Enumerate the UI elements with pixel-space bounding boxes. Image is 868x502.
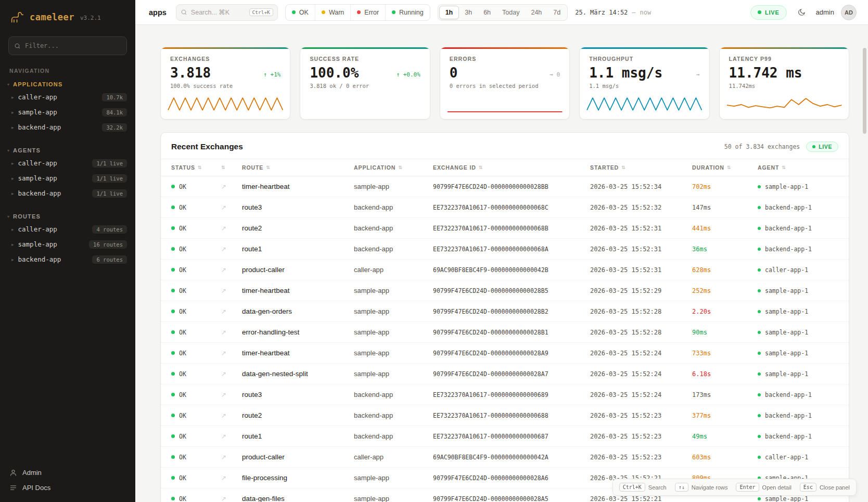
sidebar-item-routes-backend-app[interactable]: ▸backend-app6 routes — [0, 252, 135, 267]
column-header-status[interactable]: STATUS⇅ — [171, 164, 221, 171]
range-today[interactable]: Today — [496, 6, 525, 19]
exchange-id-cell: EE7322370A10617-0000000000000688 — [433, 412, 590, 419]
column-header-agent[interactable]: AGENT⇅ — [758, 164, 838, 171]
expand-row-icon[interactable]: ↗ — [221, 329, 242, 336]
filter-chip-running[interactable]: Running — [385, 5, 430, 20]
started-cell: 2026-03-25 15:52:28 — [590, 308, 692, 315]
column-header-duration[interactable]: DURATION⇅ — [692, 164, 758, 171]
range-6h[interactable]: 6h — [478, 6, 496, 19]
table-row[interactable]: OK↗product-callercaller-app69AC90BF8EBC4… — [161, 260, 849, 280]
exchange-id-cell: 90799F47E6CD24D-00000000000028A6 — [433, 474, 590, 482]
expand-row-icon[interactable]: ↗ — [221, 370, 242, 378]
table-row[interactable]: OK↗product-callercaller-app69AC90BF8EBC4… — [161, 447, 849, 468]
chevron-right-icon: ▸ — [11, 161, 14, 166]
column-header-application[interactable]: APPLICATION⇅ — [354, 164, 433, 171]
status-ok-dot — [171, 434, 175, 438]
expand-row-icon[interactable]: ↗ — [221, 454, 242, 461]
sidebar-item-agents-caller-app[interactable]: ▸caller-app1/1 live — [0, 156, 135, 171]
sidebar-item-agents-sample-app[interactable]: ▸sample-app1/1 live — [0, 171, 135, 186]
search-input[interactable] — [191, 9, 246, 16]
agent-name: caller-app-1 — [765, 266, 808, 274]
dark-mode-toggle[interactable] — [794, 5, 809, 20]
range-3h[interactable]: 3h — [459, 6, 478, 19]
expand-row-icon[interactable]: ↗ — [221, 266, 242, 274]
filter-chip-ok[interactable]: OK — [286, 5, 315, 20]
date-range[interactable]: 25. März 14:52 — now — [575, 9, 651, 16]
sidebar-item-applications-caller-app[interactable]: ▸caller-app10.7k — [0, 89, 135, 105]
filter-chip-warn[interactable]: Warn — [315, 5, 350, 20]
sidebar-filter[interactable] — [8, 36, 127, 55]
agent-cell: backend-app-1 — [758, 204, 838, 211]
chevron-right-icon: ▸ — [11, 110, 14, 115]
status-ok-dot — [171, 393, 175, 396]
expand-row-icon[interactable]: ↗ — [221, 183, 242, 190]
exchange-id-cell: EE7322370A10617-000000000000068C — [433, 204, 590, 211]
sidebar-item-applications-backend-app[interactable]: ▸backend-app32.2k — [0, 120, 135, 135]
table-live-badge[interactable]: LIVE — [806, 141, 838, 152]
sidebar-item-routes-caller-app[interactable]: ▸caller-app4 routes — [0, 222, 135, 237]
expand-row-icon[interactable]: ↗ — [221, 474, 242, 482]
sidebar-item-api-docs[interactable]: API Docs — [9, 484, 126, 492]
range-1h[interactable]: 1h — [439, 6, 459, 19]
sidebar-item-admin[interactable]: Admin — [9, 469, 126, 477]
sidebar-item-label: sample-app — [18, 240, 85, 248]
range-7d[interactable]: 7d — [547, 6, 566, 19]
sidebar-item-label: backend-app — [18, 189, 88, 197]
agent-status-dot — [758, 331, 761, 334]
status-cell: OK — [171, 495, 221, 502]
table-row[interactable]: OK↗route3backend-appEE7322370A10617-0000… — [161, 197, 849, 218]
expand-row-icon[interactable]: ↗ — [221, 350, 242, 357]
expand-row-icon[interactable]: ↗ — [221, 225, 242, 232]
expand-row-icon[interactable]: ↗ — [221, 246, 242, 253]
live-toggle[interactable]: LIVE — [750, 5, 787, 20]
sidebar-item-applications-sample-app[interactable]: ▸sample-app84.1k — [0, 105, 135, 120]
section-header-routes[interactable]: ▾ROUTES — [0, 210, 135, 222]
table-row[interactable]: OK↗data-gen-orderssample-app90799F47E6CD… — [161, 301, 849, 322]
sidebar: cameleer v3.2.1 NAVIGATION ▾APPLICATIONS… — [0, 0, 135, 502]
scrollbar[interactable] — [863, 48, 866, 134]
expand-row-icon[interactable]: ↗ — [221, 412, 242, 419]
range-24h[interactable]: 24h — [525, 6, 547, 19]
expand-row-icon[interactable]: ↗ — [221, 287, 242, 294]
expand-row-icon[interactable]: ↗ — [221, 204, 242, 211]
hint-search: Ctrl+KSearch — [619, 483, 667, 492]
column-header-route[interactable]: ROUTE⇅ — [242, 164, 354, 171]
table-row[interactable]: OK↗data-gen-nested-splitsample-app90799F… — [161, 364, 849, 384]
table-row[interactable]: OK↗route2backend-appEE7322370A10617-0000… — [161, 218, 849, 239]
section-header-agents[interactable]: ▾AGENTS — [0, 144, 135, 156]
section-header-applications[interactable]: ▾APPLICATIONS — [0, 78, 135, 89]
stat-card-latency-p99: LATENCY P9911.742 ms11.742ms — [719, 47, 849, 120]
expand-row-icon[interactable]: ↗ — [221, 433, 242, 440]
table-row[interactable]: OK↗error-handling-testsample-app90799F47… — [161, 322, 849, 343]
expand-row-icon[interactable]: ↗ — [221, 308, 242, 315]
started-cell: 2026-03-25 15:52:31 — [590, 225, 692, 232]
table-row[interactable]: OK↗timer-heartbeatsample-app90799F47E6CD… — [161, 280, 849, 301]
status-text: OK — [179, 474, 186, 482]
global-search[interactable]: Ctrl+K — [176, 4, 278, 21]
expand-row-icon[interactable]: ↗ — [221, 391, 242, 398]
sidebar-item-routes-sample-app[interactable]: ▸sample-app16 routes — [0, 237, 135, 252]
live-dot — [812, 145, 815, 148]
table-row[interactable]: OK↗route2backend-appEE7322370A10617-0000… — [161, 405, 849, 426]
column-header-started[interactable]: STARTED⇅ — [590, 164, 692, 171]
avatar[interactable]: AD — [841, 5, 857, 20]
table-row[interactable]: OK↗timer-heartbeatsample-app90799F47E6CD… — [161, 343, 849, 364]
status-cell: OK — [171, 412, 221, 419]
column-header-expand[interactable]: ⇅ — [221, 165, 242, 170]
column-label: AGENT — [758, 164, 779, 171]
agent-status-dot — [758, 497, 761, 500]
table-row[interactable]: OK↗route1backend-appEE7322370A10617-0000… — [161, 426, 849, 447]
filter-input[interactable] — [25, 42, 121, 49]
duration-cell: 252ms — [692, 287, 758, 294]
column-header-exchange-id[interactable]: EXCHANGE ID⇅ — [433, 164, 590, 171]
filter-chip-error[interactable]: Error — [350, 5, 385, 20]
table-row[interactable]: OK↗route3backend-appEE7322370A10617-0000… — [161, 384, 849, 405]
section-label: AGENTS — [13, 147, 41, 153]
agent-cell: sample-app-1 — [758, 183, 838, 190]
table-row[interactable]: OK↗timer-heartbeatsample-app90799F47E6CD… — [161, 176, 849, 197]
item-badge: 4 routes — [92, 225, 127, 234]
sidebar-item-agents-backend-app[interactable]: ▸backend-app1/1 live — [0, 186, 135, 201]
application-cell: backend-app — [354, 411, 433, 419]
expand-row-icon[interactable]: ↗ — [221, 495, 242, 502]
table-row[interactable]: OK↗route1backend-appEE7322370A10617-0000… — [161, 239, 849, 260]
